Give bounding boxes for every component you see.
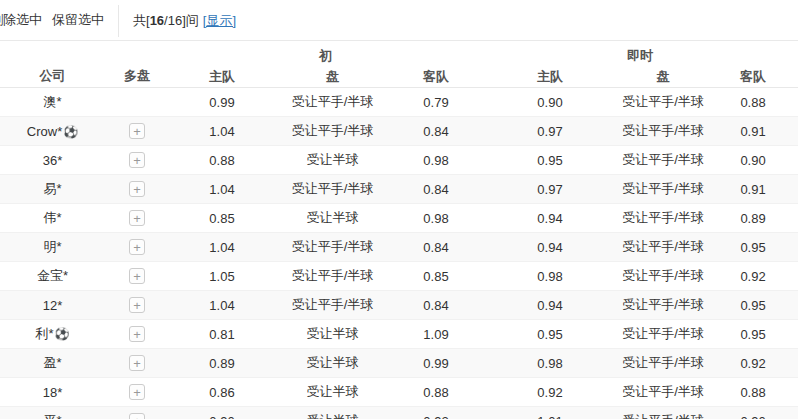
count-rest: /16]间 <box>164 13 199 28</box>
live-away-odds: 0.95 <box>708 291 798 320</box>
col-header-init-home: 主队 <box>169 67 275 88</box>
odds-table-body: 澳*0.99受让平手/半球0.790.90受让平手/半球0.88Crow*⚽+1… <box>0 88 798 419</box>
multi-odds-cell: + <box>105 233 169 262</box>
company-name: 盈* <box>43 355 61 370</box>
init-handicap: 受让平手/半球 <box>275 88 390 117</box>
table-row: 金宝*+1.05受让平手/半球0.850.98受让平手/半球0.92 <box>0 262 798 291</box>
table-row: 易*+1.04受让平手/半球0.840.97受让平手/半球0.91 <box>0 175 798 204</box>
live-handicap: 受让平手/半球 <box>618 117 708 146</box>
company-cell: 金宝* <box>0 262 105 291</box>
live-away-odds: 0.91 <box>708 117 798 146</box>
company-cell: 盈* <box>0 349 105 378</box>
init-handicap: 受让平手/半球 <box>275 175 390 204</box>
init-handicap: 受让半球 <box>275 146 390 175</box>
init-away-odds: 0.84 <box>390 175 482 204</box>
live-away-odds: 0.90 <box>708 407 798 419</box>
table-row: 利*⚽+0.81受让半球1.090.95受让平手/半球0.95 <box>0 320 798 349</box>
live-home-odds: 0.90 <box>482 88 618 117</box>
company-name: 利* <box>35 326 53 341</box>
count-selected: 16 <box>150 13 164 28</box>
expand-multi-odds-button[interactable]: + <box>129 152 145 168</box>
col-header-live-handicap: 盘 <box>618 67 708 88</box>
col-header-company: 公司 <box>0 41 105 88</box>
live-handicap: 受让平手/半球 <box>618 88 708 117</box>
multi-odds-cell: + <box>105 378 169 407</box>
init-away-odds: 0.98 <box>390 204 482 233</box>
expand-multi-odds-button[interactable]: + <box>129 239 145 255</box>
live-home-odds: 0.94 <box>482 204 618 233</box>
init-home-odds: 1.05 <box>169 262 275 291</box>
expand-multi-odds-button[interactable]: + <box>129 297 145 313</box>
init-home-odds: 1.04 <box>169 233 275 262</box>
expand-multi-odds-button[interactable]: + <box>129 268 145 284</box>
company-name: 明* <box>43 239 61 254</box>
expand-multi-odds-button[interactable]: + <box>129 413 145 419</box>
live-handicap: 受让平手/半球 <box>618 407 708 419</box>
init-home-odds: 0.85 <box>169 204 275 233</box>
expand-multi-odds-button[interactable]: + <box>129 210 145 226</box>
table-row: 伟*+0.85受让半球0.980.94受让平手/半球0.89 <box>0 204 798 233</box>
col-header-live-home: 主队 <box>482 67 618 88</box>
expand-multi-odds-button[interactable]: + <box>129 123 145 139</box>
init-handicap: 受让半球 <box>275 204 390 233</box>
init-home-odds: 0.99 <box>169 88 275 117</box>
init-handicap: 受让半球 <box>275 378 390 407</box>
company-name: 12* <box>43 298 63 313</box>
init-away-odds: 0.98 <box>390 146 482 175</box>
table-row: 盈*+0.89受让半球0.990.98受让平手/半球0.92 <box>0 349 798 378</box>
init-away-odds: 0.92 <box>390 407 482 419</box>
delete-selected-button[interactable]: 删除选中 <box>0 11 42 29</box>
company-name: 伟* <box>43 210 61 225</box>
init-home-odds: 0.90 <box>169 407 275 419</box>
init-away-odds: 0.85 <box>390 262 482 291</box>
live-handicap: 受让平手/半球 <box>618 262 708 291</box>
init-handicap: 受让平手/半球 <box>275 291 390 320</box>
table-header: 公司 多盘 初 即时 主队 盘 客队 主队 盘 客队 <box>0 41 798 88</box>
table-row: 明*+1.04受让平手/半球0.840.94受让平手/半球0.95 <box>0 233 798 262</box>
soccer-ball-icon: ⚽ <box>55 327 70 341</box>
table-row: 平*+0.90受让半球0.921.01受让平手/半球0.90 <box>0 407 798 419</box>
live-away-odds: 0.92 <box>708 349 798 378</box>
live-handicap: 受让平手/半球 <box>618 291 708 320</box>
init-home-odds: 1.04 <box>169 291 275 320</box>
live-handicap: 受让平手/半球 <box>618 320 708 349</box>
company-cell: 明* <box>0 233 105 262</box>
company-cell: 澳* <box>0 88 105 117</box>
expand-multi-odds-button[interactable]: + <box>129 326 145 342</box>
keep-selected-button[interactable]: 保留选中 <box>52 11 104 29</box>
show-link[interactable]: [显示] <box>203 13 236 28</box>
multi-odds-cell: + <box>105 320 169 349</box>
live-away-odds: 0.91 <box>708 175 798 204</box>
multi-odds-cell: + <box>105 407 169 419</box>
init-home-odds: 0.88 <box>169 146 275 175</box>
expand-multi-odds-button[interactable]: + <box>129 384 145 400</box>
multi-odds-cell: + <box>105 204 169 233</box>
init-away-odds: 0.84 <box>390 291 482 320</box>
table-row: 12*+1.04受让平手/半球0.840.94受让平手/半球0.95 <box>0 291 798 320</box>
init-home-odds: 0.89 <box>169 349 275 378</box>
col-header-init-away: 客队 <box>390 67 482 88</box>
live-home-odds: 0.95 <box>482 146 618 175</box>
init-home-odds: 1.04 <box>169 117 275 146</box>
init-home-odds: 0.81 <box>169 320 275 349</box>
live-handicap: 受让平手/半球 <box>618 378 708 407</box>
table-row: 18*+0.86受让半球0.880.92受让平手/半球0.88 <box>0 378 798 407</box>
toolbar-divider <box>118 5 119 37</box>
company-cell: 利*⚽ <box>0 320 105 349</box>
live-home-odds: 1.01 <box>482 407 618 419</box>
company-cell: 平* <box>0 407 105 419</box>
live-away-odds: 0.92 <box>708 262 798 291</box>
company-name: 易* <box>43 181 61 196</box>
multi-odds-cell: + <box>105 117 169 146</box>
live-away-odds: 0.88 <box>708 88 798 117</box>
init-away-odds: 0.88 <box>390 378 482 407</box>
live-handicap: 受让平手/半球 <box>618 349 708 378</box>
col-header-live-away: 客队 <box>708 67 798 88</box>
init-handicap: 受让半球 <box>275 320 390 349</box>
col-header-init-handicap: 盘 <box>275 67 390 88</box>
bookmaker-count: 共[16/16]间[显示] <box>133 12 236 30</box>
live-away-odds: 0.95 <box>708 233 798 262</box>
expand-multi-odds-button[interactable]: + <box>129 355 145 371</box>
expand-multi-odds-button[interactable]: + <box>129 181 145 197</box>
group-header-live: 即时 <box>482 41 798 67</box>
